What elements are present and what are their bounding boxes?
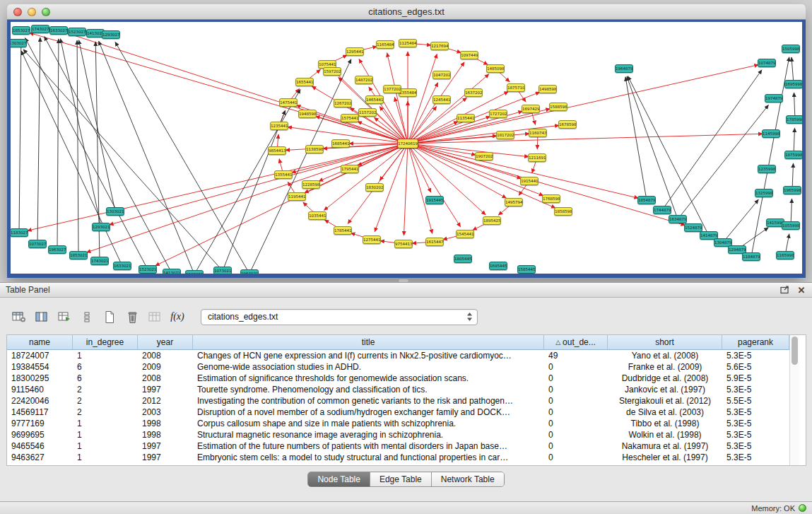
graph-node[interactable]: 12116916	[528, 153, 546, 162]
graph-node[interactable]: 19485983	[298, 110, 317, 118]
import-table-button[interactable]	[55, 308, 73, 326]
column-header-pagerank[interactable]: pagerank	[722, 335, 789, 349]
graph-node[interactable]: 17954413	[341, 165, 359, 173]
graph-node[interactable]: 11572023	[358, 108, 377, 117]
graph-node[interactable]: 10748794	[758, 59, 776, 67]
graph-node[interactable]: 12285983	[302, 180, 320, 189]
table-row[interactable]: 1456911722003Disruption of a novel membe…	[7, 407, 789, 418]
graph-edge[interactable]	[408, 144, 433, 233]
graph-node[interactable]: 15230211	[139, 265, 157, 274]
graph-edge[interactable]	[45, 37, 172, 273]
graph-node[interactable]: 12454413	[433, 95, 451, 104]
graph-node[interactable]: 15059983	[782, 45, 800, 53]
column-header-short[interactable]: short	[608, 335, 722, 349]
row-options-button[interactable]	[78, 308, 96, 326]
graph-node[interactable]: 16330211	[113, 262, 131, 270]
graph-node[interactable]: 12930211	[92, 223, 110, 231]
graph-node[interactable]: 19648794	[615, 64, 633, 73]
graph-edge[interactable]	[662, 70, 762, 210]
graph-edge[interactable]	[249, 59, 351, 274]
graph-node[interactable]: 13259983	[755, 189, 773, 197]
graph-node[interactable]: 11848794	[742, 252, 760, 261]
table-vertical-scrollbar[interactable]	[789, 335, 799, 465]
graph-node[interactable]: 11654843	[376, 40, 394, 49]
graph-node[interactable]: 11385983	[305, 145, 324, 153]
table-row[interactable]: 946554611997Estimation of the future num…	[7, 440, 789, 452]
graph-node[interactable]: 18054453	[454, 255, 472, 263]
graph-node[interactable]: 12359983	[758, 165, 776, 173]
graph-edge[interactable]	[155, 144, 408, 266]
graph-node[interactable]: 13772023	[383, 85, 401, 93]
table-row[interactable]: 1938455462009Genome-wide association stu…	[7, 361, 789, 373]
graph-edge[interactable]	[99, 41, 194, 274]
graph-node[interactable]: 15972023	[323, 67, 341, 76]
table-settings-button[interactable]	[10, 308, 28, 326]
graph-node[interactable]: 18530277	[12, 26, 30, 35]
graph-edge[interactable]	[77, 40, 78, 255]
graph-node[interactable]: 17448794	[653, 206, 671, 214]
graph-node[interactable]: 17685983	[542, 194, 560, 203]
scrollbar-thumb[interactable]	[792, 337, 798, 365]
graph-edge[interactable]	[723, 199, 758, 243]
graph-node[interactable]: 16330277	[49, 26, 68, 35]
graph-edge[interactable]	[408, 117, 490, 144]
graph-node[interactable]: 11830277	[11, 228, 28, 237]
show-columns-button[interactable]	[33, 308, 51, 326]
column-header-name[interactable]: name	[7, 335, 73, 349]
graph-node[interactable]: 19072023	[475, 152, 493, 160]
function-builder-button[interactable]: f(x)	[168, 308, 187, 326]
graph-node[interactable]: 19154409	[520, 177, 539, 185]
graph-node[interactable]: 10559983	[782, 221, 800, 230]
graph-edge[interactable]	[408, 144, 543, 196]
graph-node[interactable]: 18302023	[365, 183, 384, 192]
graph-node[interactable]: 11354413	[457, 114, 475, 122]
graph-node[interactable]: 16959983	[784, 80, 802, 88]
graph-node[interactable]: 10730277	[28, 240, 47, 248]
graph-node[interactable]: 18954253	[483, 216, 501, 225]
graph-edge[interactable]	[408, 144, 686, 226]
graph-node[interactable]: 16554413	[295, 78, 314, 86]
graph-edge[interactable]	[115, 42, 249, 274]
graph-node[interactable]: 17430277	[31, 25, 49, 33]
float-panel-icon[interactable]	[779, 286, 789, 295]
graph-edge[interactable]	[61, 39, 102, 227]
graph-edge[interactable]	[57, 39, 59, 250]
graph-node[interactable]: 10472023	[433, 71, 451, 79]
graph-node[interactable]: 11254843	[399, 39, 417, 47]
table-row[interactable]: 1872400712008Changes of HCN gene express…	[7, 350, 789, 361]
graph-node[interactable]: 10730211	[213, 267, 232, 274]
graph-node[interactable]: 19630211	[240, 269, 259, 274]
delete-column-button[interactable]	[123, 308, 141, 326]
delete-table-button[interactable]	[146, 308, 164, 326]
graph-edge[interactable]	[23, 49, 223, 271]
graph-node[interactable]: 15854453	[517, 265, 536, 274]
graph-node[interactable]: 17272023	[489, 110, 507, 118]
graph-node[interactable]: 15454413	[456, 230, 474, 238]
graph-node[interactable]: 14850983	[486, 64, 505, 73]
graph-node[interactable]: 16372023	[464, 88, 483, 97]
graph-edge[interactable]	[110, 144, 408, 225]
column-header-out_de[interactable]: △out_de...	[544, 335, 608, 349]
table-row[interactable]: 911546021997Tourette syndrome. Phenomeno…	[7, 384, 789, 395]
graph-node[interactable]: 18585983	[554, 207, 572, 216]
graph-node[interactable]: 17859983	[786, 115, 802, 124]
graph-node[interactable]: 11459983	[762, 129, 780, 138]
graph-node[interactable]: 18757105	[507, 83, 525, 92]
graph-node[interactable]: 19154453	[425, 196, 444, 204]
graph-edge[interactable]	[37, 37, 40, 244]
graph-node[interactable]: 15230277	[68, 28, 86, 36]
graph-node[interactable]: 19748794	[765, 94, 783, 103]
graph-edge[interactable]	[408, 109, 550, 144]
tab-edge-table[interactable]: Edge Table	[370, 472, 432, 486]
graph-node[interactable]: 18759983	[784, 151, 802, 159]
graph-node[interactable]: 12954413	[346, 47, 364, 56]
graph-edge[interactable]	[223, 110, 286, 271]
graph-node[interactable]: 14654413	[365, 95, 384, 104]
graph-edge[interactable]	[404, 144, 408, 235]
graph-node[interactable]: 9754413	[394, 240, 413, 248]
graph-node[interactable]: 16348794	[669, 215, 687, 223]
graph-edge[interactable]	[21, 51, 122, 266]
graph-edge[interactable]	[194, 89, 300, 274]
graph-edge[interactable]	[79, 40, 116, 211]
graph-node[interactable]: 14957946	[505, 198, 523, 206]
